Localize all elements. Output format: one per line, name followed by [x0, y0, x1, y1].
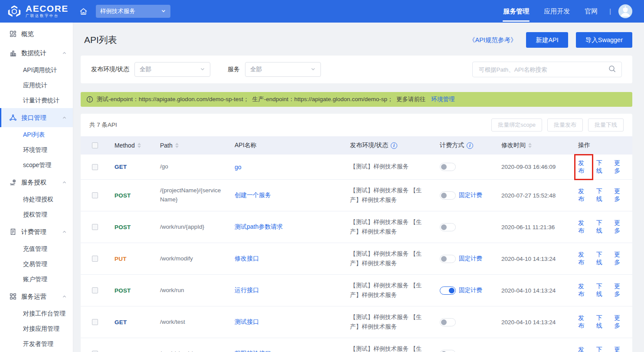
- more-link[interactable]: 更多: [614, 346, 626, 352]
- home-icon[interactable]: [79, 7, 88, 16]
- sidebar-item-label: 数据统计: [21, 49, 46, 57]
- sidebar-item-计量计费统计[interactable]: 计量计费统计: [0, 93, 73, 108]
- sidebar-group-接口管理[interactable]: 接口管理: [0, 108, 73, 127]
- search-input[interactable]: [478, 66, 608, 73]
- api-spec-link[interactable]: 《API规范参考》: [469, 36, 517, 44]
- billing-toggle[interactable]: [440, 223, 456, 231]
- env-filter-value: 全部: [140, 66, 151, 73]
- alert-info-icon: [86, 96, 93, 103]
- sidebar-item-对接工作台管理[interactable]: 对接工作台管理: [0, 306, 73, 321]
- api-name-link[interactable]: 创建一个服务: [235, 191, 271, 199]
- offline-link[interactable]: 下线: [596, 283, 608, 298]
- sidebar-item-账户管理[interactable]: 账户管理: [0, 272, 73, 287]
- sidebar-item-API调用统计[interactable]: API调用统计: [0, 63, 73, 78]
- more-link[interactable]: 更多: [614, 219, 626, 235]
- more-link[interactable]: 更多: [614, 188, 626, 203]
- brand-name: AECORE: [26, 4, 69, 13]
- env-filter-select[interactable]: 全部: [134, 62, 210, 77]
- info-icon[interactable]: i: [391, 142, 397, 149]
- billing-type-link[interactable]: 固定计费: [459, 286, 482, 294]
- sidebar-item-环境管理[interactable]: 环境管理: [0, 142, 73, 158]
- sidebar-item-交易管理[interactable]: 交易管理: [0, 257, 73, 272]
- search-icon[interactable]: [608, 65, 616, 75]
- sidebar-item-待处理授权[interactable]: 待处理授权: [0, 192, 73, 207]
- api-name-link[interactable]: 测试接口: [235, 318, 259, 326]
- brand-logo[interactable]: AECORE 广联达数字中台: [7, 4, 69, 19]
- sidebar-group-计费管理[interactable]: 计费管理: [0, 222, 73, 241]
- billing-toggle[interactable]: [440, 191, 456, 200]
- sidebar-group-服务授权[interactable]: 服务授权: [0, 173, 73, 192]
- billing-type-link[interactable]: 固定计费: [459, 255, 482, 263]
- env-manage-link[interactable]: 环境管理: [432, 95, 455, 103]
- sidebar-item-API列表[interactable]: API列表: [0, 127, 73, 142]
- billing-toggle[interactable]: [440, 350, 456, 352]
- api-path: /go: [160, 162, 168, 171]
- offline-link[interactable]: 下线: [596, 314, 608, 330]
- row-checkbox[interactable]: [92, 319, 98, 325]
- sidebar-group-概览[interactable]: 概览: [0, 24, 73, 43]
- publish-link[interactable]: 发布: [578, 283, 590, 298]
- row-checkbox[interactable]: [92, 256, 98, 262]
- offline-link[interactable]: 下线: [596, 188, 608, 203]
- sidebar-item-充值管理[interactable]: 充值管理: [0, 241, 73, 257]
- batch-buttons: 批量绑定scope批量发布批量下线: [486, 118, 624, 132]
- overview-icon: [9, 30, 17, 38]
- row-checkbox[interactable]: [92, 192, 98, 198]
- create-api-button[interactable]: 新建API: [526, 32, 568, 48]
- api-name-link[interactable]: 测试path参数请求: [235, 223, 283, 231]
- publish-link[interactable]: 发布: [578, 188, 590, 203]
- sidebar-item-授权管理[interactable]: 授权管理: [0, 207, 73, 222]
- more-link[interactable]: 更多: [614, 159, 626, 175]
- more-link[interactable]: 更多: [614, 251, 626, 266]
- api-name-link[interactable]: 权限校验接口: [235, 350, 271, 352]
- more-link[interactable]: 更多: [614, 314, 626, 330]
- service-filter-select[interactable]: 全部: [245, 62, 321, 77]
- sort-icon[interactable]: [528, 143, 532, 148]
- topnav-item[interactable]: 官网: [577, 0, 605, 23]
- info-icon[interactable]: i: [467, 142, 473, 149]
- env-status: 【测试】样例技术服务 【生产】样例技术服务: [350, 249, 428, 269]
- aecore-logo-icon: [7, 4, 22, 19]
- sidebar-item-应用统计[interactable]: 应用统计: [0, 78, 73, 93]
- more-link[interactable]: 更多: [614, 283, 626, 298]
- billing-toggle[interactable]: [440, 255, 456, 263]
- batch-button[interactable]: 批量发布: [547, 118, 583, 132]
- row-checkbox[interactable]: [92, 164, 98, 170]
- user-avatar[interactable]: [618, 4, 633, 19]
- batch-button[interactable]: 批量下线: [588, 118, 624, 132]
- sidebar-group-数据统计[interactable]: 数据统计: [0, 43, 73, 63]
- stats-icon: [9, 49, 17, 57]
- api-name-link[interactable]: 运行接口: [235, 286, 259, 294]
- api-name-link[interactable]: 修改接口: [235, 255, 259, 263]
- billing-toggle[interactable]: [440, 286, 456, 295]
- topnav-item[interactable]: 应用开发: [536, 0, 577, 23]
- publish-link[interactable]: 发布: [578, 251, 590, 266]
- topnav-item[interactable]: 服务管理: [496, 0, 536, 23]
- sort-icon[interactable]: [175, 143, 179, 148]
- search-box[interactable]: [472, 62, 622, 77]
- sidebar-group-服务运营[interactable]: 服务运营: [0, 287, 73, 306]
- billing-toggle[interactable]: [440, 318, 456, 326]
- select-all-checkbox[interactable]: [92, 142, 98, 148]
- offline-link[interactable]: 下线: [596, 219, 608, 235]
- publish-link[interactable]: 发布: [578, 159, 590, 175]
- offline-link[interactable]: 下线: [596, 251, 608, 266]
- api-name-link[interactable]: go: [235, 164, 242, 171]
- billing-type-link[interactable]: 固定计费: [459, 191, 482, 199]
- publish-link[interactable]: 发布: [578, 346, 590, 352]
- sort-icon[interactable]: [137, 143, 141, 148]
- publish-link[interactable]: 发布: [578, 314, 590, 330]
- sidebar-item-对接应用管理[interactable]: 对接应用管理: [0, 321, 73, 336]
- billing-toggle[interactable]: [440, 163, 456, 171]
- batch-button[interactable]: 批量绑定scope: [491, 118, 542, 132]
- offline-link[interactable]: 下线: [596, 346, 608, 352]
- service-selector[interactable]: 样例技术服务: [96, 5, 170, 18]
- publish-link[interactable]: 发布: [578, 219, 590, 235]
- sidebar-item-开发者管理[interactable]: 开发者管理: [0, 336, 73, 352]
- sidebar-item-scope管理[interactable]: scope管理: [0, 158, 73, 173]
- offline-link[interactable]: 下线: [596, 159, 608, 175]
- row-checkbox[interactable]: [92, 224, 98, 230]
- row-checkbox[interactable]: [92, 287, 98, 293]
- brand-text: AECORE 广联达数字中台: [26, 4, 69, 19]
- import-swagger-button[interactable]: 导入Swagger: [576, 32, 632, 48]
